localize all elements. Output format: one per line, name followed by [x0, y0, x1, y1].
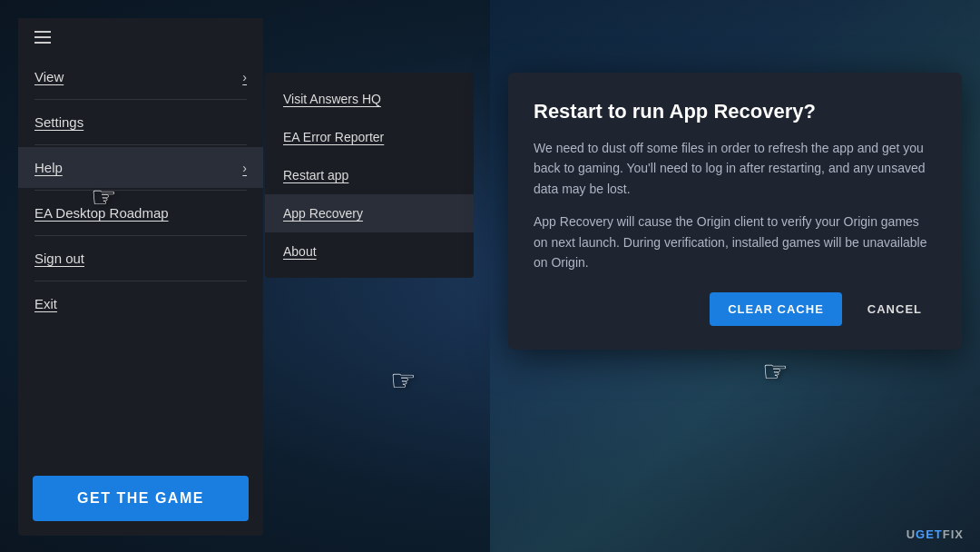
menu-item-help[interactable]: Help › — [18, 147, 263, 188]
dialog-title: Restart to run App Recovery? — [534, 100, 936, 123]
dialog-body-paragraph-2: App Recovery will cause the Origin clien… — [534, 212, 936, 272]
menu-item-exit[interactable]: Exit — [18, 283, 263, 324]
sub-menu-item-app-recovery[interactable]: App Recovery — [265, 194, 474, 232]
menu-items-list: View › Settings Help › EA Desktop Roadma… — [18, 56, 263, 461]
menu-separator-1 — [34, 99, 247, 100]
menu-item-ea-desktop[interactable]: EA Desktop Roadmap — [18, 192, 263, 233]
menu-separator-3 — [34, 190, 247, 191]
chevron-right-icon-help: › — [242, 161, 247, 175]
menu-header — [18, 18, 263, 56]
chevron-right-icon: › — [242, 70, 247, 84]
watermark-highlight: GET — [916, 527, 943, 541]
menu-item-ea-desktop-label: EA Desktop Roadmap — [34, 205, 169, 221]
app-recovery-dialog: Restart to run App Recovery? We need to … — [508, 73, 962, 350]
menu-item-settings-label: Settings — [34, 114, 83, 130]
dialog-body-paragraph-1: We need to dust off some files in order … — [534, 138, 936, 199]
sub-menu-item-about[interactable]: About — [265, 232, 474, 271]
menu-item-view-label: View — [34, 69, 64, 84]
menu-footer: GET THE GAME — [18, 461, 263, 536]
menu-item-signout-label: Sign out — [34, 251, 84, 266]
sub-menu-item-restart[interactable]: Restart app — [265, 156, 474, 194]
clear-cache-button[interactable]: CLEAR CACHE — [710, 292, 842, 326]
sub-menu-item-answers[interactable]: Visit Answers HQ — [265, 80, 474, 118]
hamburger-icon[interactable] — [34, 31, 51, 44]
sub-menu: Visit Answers HQ EA Error Reporter Resta… — [265, 73, 474, 278]
watermark: UGETFIX — [906, 527, 964, 541]
cancel-button[interactable]: CANCEL — [853, 292, 936, 326]
menu-separator-4 — [34, 235, 247, 236]
dialog-body: We need to dust off some files in order … — [534, 138, 936, 272]
dialog-actions: CLEAR CACHE CANCEL — [534, 292, 936, 326]
menu-item-view[interactable]: View › — [18, 56, 263, 97]
menu-item-exit-label: Exit — [34, 296, 57, 311]
main-menu: View › Settings Help › EA Desktop Roadma… — [18, 18, 263, 536]
menu-separator-2 — [34, 144, 247, 145]
menu-item-signout[interactable]: Sign out — [18, 238, 263, 279]
menu-item-help-label: Help — [34, 160, 63, 175]
sub-menu-item-error-reporter[interactable]: EA Error Reporter — [265, 118, 474, 156]
menu-item-settings[interactable]: Settings — [18, 102, 263, 143]
menu-separator-5 — [34, 281, 247, 281]
get-game-button[interactable]: GET THE GAME — [33, 476, 249, 521]
